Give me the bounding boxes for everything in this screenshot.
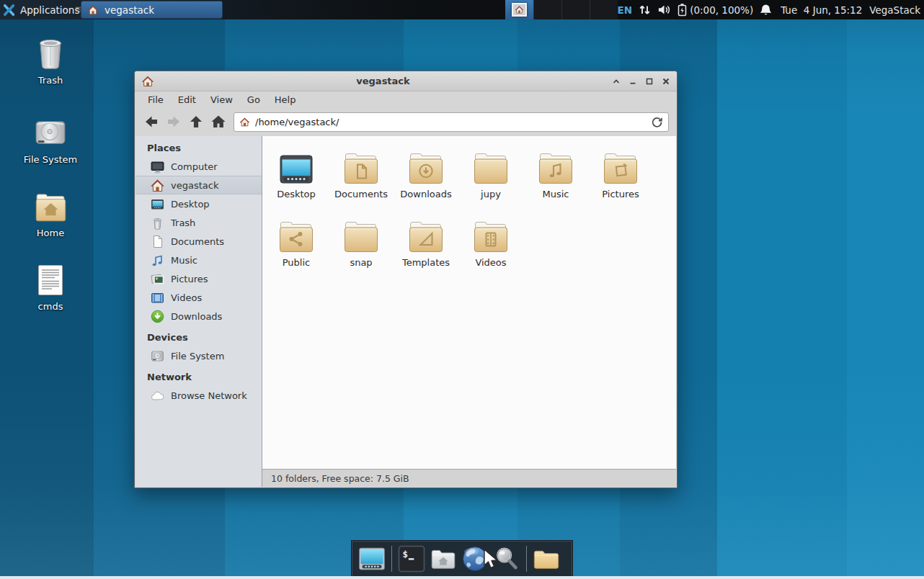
window-icon <box>141 75 154 88</box>
sidebar-item-label: Trash <box>171 217 195 228</box>
folder-label: Templates <box>394 257 458 268</box>
desktop-icon[interactable]: File System <box>13 115 88 165</box>
sidebar-item[interactable]: Computer <box>136 157 262 176</box>
menubar: FileEditViewGoHelp <box>135 91 677 108</box>
folder-item[interactable]: Pictures <box>588 146 653 215</box>
folder-label: Documents <box>329 189 394 199</box>
menu-item[interactable]: View <box>203 93 240 107</box>
folder-videos-icon <box>472 218 510 254</box>
sidebar-item-label: Browse Network <box>171 390 247 401</box>
workspace-cell[interactable] <box>505 0 533 19</box>
desktop-icon[interactable]: Trash <box>13 36 88 86</box>
dock-folder-icon[interactable] <box>532 544 561 573</box>
sidebar-item[interactable]: Trash <box>136 213 262 232</box>
workspace-cell[interactable] <box>533 0 561 19</box>
path-bar[interactable]: /home/vegastack/ <box>234 112 669 132</box>
dock-fm-icon[interactable] <box>429 544 458 573</box>
drive-desktop-icon <box>34 120 67 146</box>
folder-item[interactable]: Videos <box>458 215 523 283</box>
clock[interactable]: Tue 4 Jun, 15:12 <box>781 4 862 16</box>
desktop-background: Applications vegastack EN (0:00, 100%) <box>0 0 924 579</box>
sidebar-item[interactable]: Desktop <box>136 194 262 213</box>
battery-status-text: (0:00, 100%) <box>690 4 753 16</box>
sidebar-header-network: Network <box>136 365 262 386</box>
svg-text:$: $ <box>403 549 409 560</box>
up-button[interactable] <box>187 113 205 130</box>
sidebar-item[interactable]: vegastack <box>136 176 262 194</box>
folder-label: Public <box>264 257 329 268</box>
folder-templates-icon <box>407 218 445 254</box>
path-text[interactable]: /home/vegastack/ <box>255 117 651 127</box>
sidebar: Places Computer vegastack <box>136 136 262 487</box>
keyboard-layout-indicator[interactable]: EN <box>618 4 633 16</box>
top-panel: Applications vegastack EN (0:00, 100%) <box>0 0 924 19</box>
folder-item[interactable]: Public <box>264 215 329 283</box>
dock-item[interactable] <box>526 546 527 572</box>
minimize-button[interactable] <box>628 77 637 86</box>
sidebar-header-devices: Devices <box>136 326 262 346</box>
dock-terminal-icon[interactable]: $ <box>397 544 426 573</box>
menu-item[interactable]: File <box>141 93 171 107</box>
folder-public-icon <box>277 218 315 254</box>
applications-menu[interactable]: Applications <box>3 0 79 19</box>
sidebar-item[interactable]: Pictures <box>136 269 262 288</box>
folder-item[interactable]: Templates <box>394 215 458 283</box>
sidebar-item-label: Downloads <box>171 311 222 322</box>
desktop-icon[interactable]: cmds <box>13 262 88 312</box>
music-side-icon <box>150 253 165 268</box>
menu-item[interactable]: Help <box>267 93 303 107</box>
reload-button[interactable] <box>651 116 663 128</box>
status-text: 10 folders, Free space: 7.5 GiB <box>271 473 409 484</box>
shade-button[interactable] <box>612 77 621 86</box>
taskbar-window-button[interactable]: vegastack <box>81 1 223 19</box>
dock-item[interactable] <box>391 546 392 572</box>
battery-indicator[interactable] <box>677 3 688 17</box>
folder-label: Music <box>523 189 588 199</box>
doc-side-icon <box>150 234 165 249</box>
sidebar-item[interactable]: Documents <box>136 232 262 251</box>
maximize-button[interactable] <box>645 77 654 86</box>
folder-docs-icon <box>342 150 380 186</box>
close-button[interactable] <box>662 77 670 86</box>
sidebar-header-places: Places <box>136 136 262 157</box>
folder-label: snap <box>329 257 394 268</box>
folder-label: Videos <box>458 257 523 268</box>
videos-side-icon <box>150 290 165 305</box>
desktop-icon[interactable]: Home <box>13 189 88 238</box>
sidebar-item-label: Computer <box>171 161 218 172</box>
desktop-icon-label: Home <box>13 228 88 238</box>
workspace-cell[interactable] <box>590 0 618 19</box>
downloads-side-icon <box>150 309 165 324</box>
folder-item[interactable]: jupy <box>458 146 523 215</box>
home-desktop-icon <box>34 191 68 223</box>
folder-plain-icon <box>472 150 510 186</box>
folder-item[interactable]: snap <box>329 215 394 283</box>
volume-indicator[interactable] <box>657 3 671 17</box>
status-bar: 10 folders, Free space: 7.5 GiB <box>262 469 676 487</box>
pics-side-icon <box>150 271 165 287</box>
sidebar-item[interactable]: Music <box>136 251 262 269</box>
back-button[interactable] <box>143 113 160 130</box>
forward-button[interactable] <box>165 113 182 130</box>
window-titlebar[interactable]: vegastack <box>135 71 677 91</box>
notification-bell-icon[interactable] <box>759 3 773 17</box>
folder-item[interactable]: Music <box>523 146 588 215</box>
workspace-cell[interactable] <box>561 0 590 19</box>
network-indicator[interactable] <box>638 3 652 17</box>
sidebar-item-label: Videos <box>171 292 202 303</box>
sidebar-item-label: Pictures <box>171 274 208 284</box>
sidebar-item[interactable]: Downloads <box>136 307 262 326</box>
dock-desktop-icon[interactable] <box>357 544 386 573</box>
menu-item[interactable]: Go <box>240 93 267 107</box>
user-menu[interactable]: VegaStack <box>869 4 920 16</box>
menu-item[interactable]: Edit <box>171 93 203 107</box>
trash-desktop-icon <box>35 37 66 71</box>
home-button[interactable] <box>210 113 227 130</box>
folder-item[interactable]: Documents <box>329 146 394 215</box>
folder-item[interactable]: Desktop <box>264 146 329 215</box>
sidebar-item[interactable]: Videos <box>136 288 262 307</box>
sidebar-item[interactable]: File System <box>136 346 262 365</box>
folder-item[interactable]: Downloads <box>394 146 458 215</box>
sidebar-item[interactable]: Browse Network <box>136 386 262 405</box>
bottom-strip <box>0 576 924 579</box>
